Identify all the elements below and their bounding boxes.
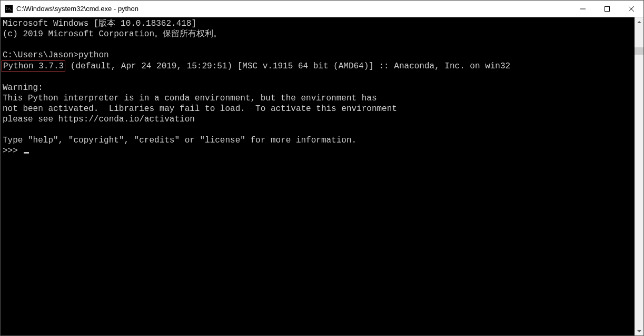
warning-line: This Python interpreter is in a conda en…: [3, 94, 377, 103]
close-button[interactable]: [619, 1, 643, 17]
scroll-track[interactable]: [635, 26, 643, 327]
maximize-button[interactable]: [595, 1, 619, 17]
scroll-up-button[interactable]: [635, 17, 643, 26]
banner-line: (c) 2019 Microsoft Corporation。保留所有权利。: [3, 29, 222, 39]
titlebar[interactable]: C:\Windows\system32\cmd.exe - python: [1, 1, 643, 17]
svg-marker-5: [637, 330, 641, 332]
cursor-icon: [24, 152, 29, 154]
warning-line: please see https://conda.io/activation: [3, 115, 195, 124]
cmd-icon: [5, 5, 13, 13]
scroll-down-button[interactable]: [635, 327, 643, 335]
repl-prompt: >>>: [3, 146, 23, 156]
terminal-output[interactable]: Microsoft Windows [版本 10.0.18362.418] (c…: [1, 17, 635, 335]
svg-marker-4: [637, 21, 641, 23]
window-controls: [571, 1, 643, 17]
vertical-scrollbar[interactable]: [635, 17, 643, 335]
warning-heading: Warning:: [3, 83, 43, 93]
scroll-thumb[interactable]: [635, 47, 643, 55]
prompt-path: C:\Users\Jason>: [3, 50, 78, 60]
warning-line: not been activated. Libraries may fail t…: [3, 104, 397, 114]
minimize-button[interactable]: [571, 1, 595, 17]
prompt-command: python: [78, 50, 109, 60]
banner-line: Microsoft Windows [版本 10.0.18362.418]: [3, 19, 196, 28]
svg-rect-1: [605, 6, 610, 11]
terminal-area[interactable]: Microsoft Windows [版本 10.0.18362.418] (c…: [1, 17, 643, 335]
python-version-highlight: Python 3.7.3: [2, 60, 65, 72]
cmd-window: C:\Windows\system32\cmd.exe - python Mic…: [0, 0, 644, 336]
help-line: Type "help", "copyright", "credits" or "…: [3, 136, 356, 145]
window-title: C:\Windows\system32\cmd.exe - python: [16, 5, 571, 13]
python-version-rest: (default, Apr 24 2019, 15:29:51) [MSC v.…: [65, 62, 510, 71]
